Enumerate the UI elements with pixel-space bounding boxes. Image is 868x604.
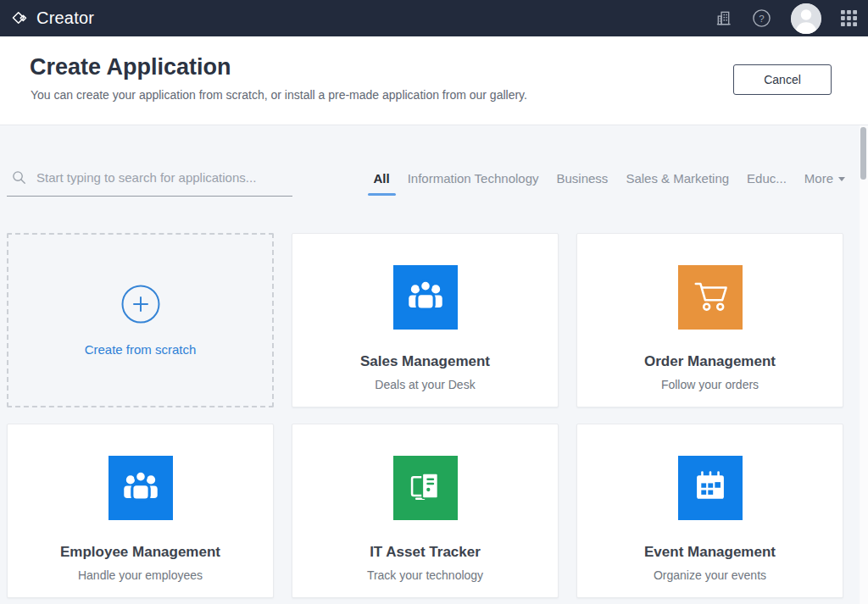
app-tagline: Follow your orders <box>661 378 759 391</box>
it-asset-icon <box>402 464 449 512</box>
people-group-icon <box>402 274 449 321</box>
app-tile <box>393 265 458 330</box>
page-title: Create Application <box>30 53 527 80</box>
search-input[interactable] <box>35 169 292 186</box>
cancel-button[interactable]: Cancel <box>733 64 832 95</box>
chevron-down-icon <box>838 177 845 181</box>
top-navbar: Creator ? <box>0 0 868 36</box>
toolbar: All Information Technology Business Sale… <box>0 125 868 197</box>
tab-more[interactable]: More <box>804 171 845 186</box>
create-from-scratch-label: Create from scratch <box>85 342 197 357</box>
app-name: Employee Management <box>60 544 220 561</box>
app-card-it-asset-tracker[interactable]: IT Asset Tracker Track your technology <box>292 424 559 598</box>
tab-information-technology[interactable]: Information Technology <box>408 171 539 186</box>
scrollbar <box>860 125 868 604</box>
app-tagline: Organize your events <box>654 568 766 582</box>
scrollbar-thumb[interactable] <box>860 127 866 180</box>
app-name: IT Asset Tracker <box>370 544 481 561</box>
app-title: Creator <box>36 8 94 28</box>
app-tile <box>393 456 458 520</box>
tab-sales-marketing[interactable]: Sales & Marketing <box>626 171 729 186</box>
svg-text:?: ? <box>759 14 764 24</box>
app-tile <box>678 265 743 330</box>
category-tabs: All Information Technology Business Sale… <box>374 171 846 197</box>
shopping-cart-icon <box>687 274 734 321</box>
org-building-icon[interactable] <box>715 9 732 27</box>
app-tile <box>678 456 743 520</box>
app-tagline: Track your technology <box>367 568 483 582</box>
app-card-sales-management[interactable]: Sales Management Deals at your Desk <box>292 233 559 407</box>
app-tile <box>108 456 173 520</box>
app-card-employee-management[interactable]: Employee Management Handle your employee… <box>7 424 274 598</box>
plus-circle-icon <box>120 284 161 324</box>
create-from-scratch-card[interactable]: Create from scratch <box>7 233 274 407</box>
apps-grid-icon[interactable] <box>841 10 857 26</box>
app-name: Sales Management <box>360 353 490 370</box>
app-name: Order Management <box>644 353 776 370</box>
app-card-order-management[interactable]: Order Management Follow your orders <box>576 233 843 407</box>
search-box[interactable] <box>7 169 292 197</box>
people-group-icon <box>117 464 164 512</box>
avatar[interactable] <box>791 3 821 34</box>
app-tagline: Deals at your Desk <box>375 378 475 391</box>
tab-educ[interactable]: Educ... <box>747 171 787 186</box>
app-tagline: Handle your employees <box>78 568 203 582</box>
page-header: Create Application You can create your a… <box>0 36 868 125</box>
tab-business[interactable]: Business <box>557 171 609 186</box>
search-icon <box>12 170 26 185</box>
application-grid: Create from scratch Sales Management Dea… <box>0 233 868 598</box>
app-card-event-management[interactable]: Event Management Organize your events <box>576 424 843 598</box>
tab-all[interactable]: All <box>374 171 390 186</box>
content-area: All Information Technology Business Sale… <box>0 125 868 604</box>
creator-logo-icon[interactable] <box>11 9 29 27</box>
help-icon[interactable]: ? <box>752 8 771 28</box>
page-subtitle: You can create your application from scr… <box>31 88 527 102</box>
calendar-icon <box>687 464 734 512</box>
app-name: Event Management <box>644 544 776 561</box>
